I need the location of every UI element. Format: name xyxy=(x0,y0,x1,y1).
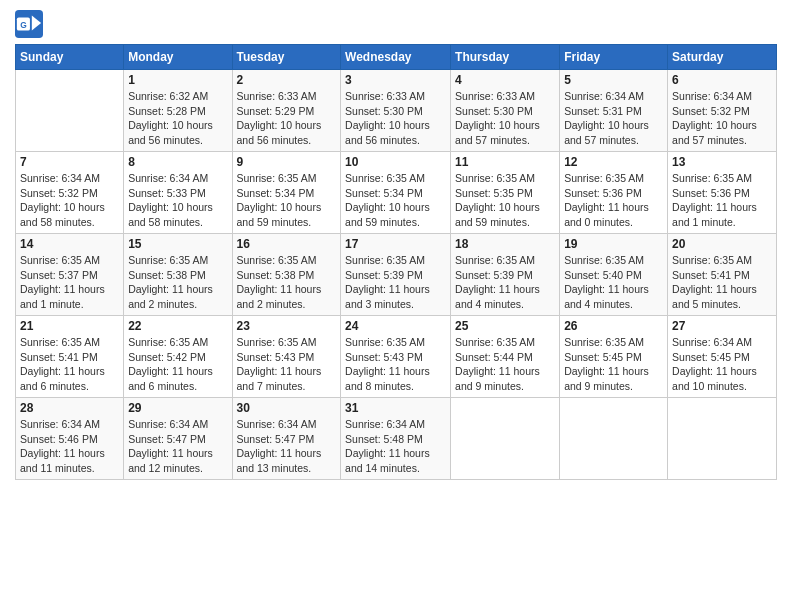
day-number: 27 xyxy=(672,319,772,333)
day-info: Sunrise: 6:35 AMSunset: 5:45 PMDaylight:… xyxy=(564,335,663,394)
calendar-cell: 17Sunrise: 6:35 AMSunset: 5:39 PMDayligh… xyxy=(341,234,451,316)
day-number: 16 xyxy=(237,237,337,251)
calendar-cell xyxy=(560,398,668,480)
day-info: Sunrise: 6:35 AMSunset: 5:37 PMDaylight:… xyxy=(20,253,119,312)
calendar-cell: 18Sunrise: 6:35 AMSunset: 5:39 PMDayligh… xyxy=(451,234,560,316)
day-number: 20 xyxy=(672,237,772,251)
week-row-4: 21Sunrise: 6:35 AMSunset: 5:41 PMDayligh… xyxy=(16,316,777,398)
svg-text:G: G xyxy=(20,20,27,30)
day-info: Sunrise: 6:33 AMSunset: 5:29 PMDaylight:… xyxy=(237,89,337,148)
day-info: Sunrise: 6:35 AMSunset: 5:35 PMDaylight:… xyxy=(455,171,555,230)
day-info: Sunrise: 6:32 AMSunset: 5:28 PMDaylight:… xyxy=(128,89,227,148)
day-info: Sunrise: 6:34 AMSunset: 5:46 PMDaylight:… xyxy=(20,417,119,476)
day-info: Sunrise: 6:35 AMSunset: 5:36 PMDaylight:… xyxy=(672,171,772,230)
day-header-saturday: Saturday xyxy=(668,45,777,70)
logo: G xyxy=(15,10,47,38)
calendar-cell: 31Sunrise: 6:34 AMSunset: 5:48 PMDayligh… xyxy=(341,398,451,480)
day-info: Sunrise: 6:35 AMSunset: 5:43 PMDaylight:… xyxy=(345,335,446,394)
day-info: Sunrise: 6:34 AMSunset: 5:48 PMDaylight:… xyxy=(345,417,446,476)
day-number: 7 xyxy=(20,155,119,169)
week-row-3: 14Sunrise: 6:35 AMSunset: 5:37 PMDayligh… xyxy=(16,234,777,316)
day-info: Sunrise: 6:34 AMSunset: 5:32 PMDaylight:… xyxy=(672,89,772,148)
day-info: Sunrise: 6:34 AMSunset: 5:33 PMDaylight:… xyxy=(128,171,227,230)
day-number: 25 xyxy=(455,319,555,333)
day-number: 10 xyxy=(345,155,446,169)
calendar-cell: 26Sunrise: 6:35 AMSunset: 5:45 PMDayligh… xyxy=(560,316,668,398)
day-number: 30 xyxy=(237,401,337,415)
day-info: Sunrise: 6:34 AMSunset: 5:47 PMDaylight:… xyxy=(128,417,227,476)
calendar-cell: 19Sunrise: 6:35 AMSunset: 5:40 PMDayligh… xyxy=(560,234,668,316)
day-number: 4 xyxy=(455,73,555,87)
calendar-cell: 10Sunrise: 6:35 AMSunset: 5:34 PMDayligh… xyxy=(341,152,451,234)
calendar-cell: 5Sunrise: 6:34 AMSunset: 5:31 PMDaylight… xyxy=(560,70,668,152)
day-info: Sunrise: 6:35 AMSunset: 5:39 PMDaylight:… xyxy=(455,253,555,312)
calendar-cell: 6Sunrise: 6:34 AMSunset: 5:32 PMDaylight… xyxy=(668,70,777,152)
calendar-header: SundayMondayTuesdayWednesdayThursdayFrid… xyxy=(16,45,777,70)
day-number: 3 xyxy=(345,73,446,87)
day-info: Sunrise: 6:34 AMSunset: 5:32 PMDaylight:… xyxy=(20,171,119,230)
day-number: 2 xyxy=(237,73,337,87)
day-header-monday: Monday xyxy=(124,45,232,70)
day-number: 8 xyxy=(128,155,227,169)
calendar-cell: 27Sunrise: 6:34 AMSunset: 5:45 PMDayligh… xyxy=(668,316,777,398)
calendar-cell: 15Sunrise: 6:35 AMSunset: 5:38 PMDayligh… xyxy=(124,234,232,316)
day-number: 29 xyxy=(128,401,227,415)
day-info: Sunrise: 6:35 AMSunset: 5:42 PMDaylight:… xyxy=(128,335,227,394)
day-number: 17 xyxy=(345,237,446,251)
calendar-body: 1Sunrise: 6:32 AMSunset: 5:28 PMDaylight… xyxy=(16,70,777,480)
day-number: 14 xyxy=(20,237,119,251)
day-info: Sunrise: 6:34 AMSunset: 5:31 PMDaylight:… xyxy=(564,89,663,148)
calendar-cell: 8Sunrise: 6:34 AMSunset: 5:33 PMDaylight… xyxy=(124,152,232,234)
day-number: 18 xyxy=(455,237,555,251)
calendar-cell: 13Sunrise: 6:35 AMSunset: 5:36 PMDayligh… xyxy=(668,152,777,234)
day-number: 1 xyxy=(128,73,227,87)
day-number: 6 xyxy=(672,73,772,87)
day-number: 13 xyxy=(672,155,772,169)
calendar-cell: 21Sunrise: 6:35 AMSunset: 5:41 PMDayligh… xyxy=(16,316,124,398)
day-info: Sunrise: 6:34 AMSunset: 5:45 PMDaylight:… xyxy=(672,335,772,394)
calendar-cell: 2Sunrise: 6:33 AMSunset: 5:29 PMDaylight… xyxy=(232,70,341,152)
day-number: 5 xyxy=(564,73,663,87)
calendar-page: G SundayMondayTuesdayWednesdayThursdayFr… xyxy=(0,0,792,612)
calendar-cell: 24Sunrise: 6:35 AMSunset: 5:43 PMDayligh… xyxy=(341,316,451,398)
week-row-1: 1Sunrise: 6:32 AMSunset: 5:28 PMDaylight… xyxy=(16,70,777,152)
calendar-cell xyxy=(668,398,777,480)
day-header-wednesday: Wednesday xyxy=(341,45,451,70)
calendar-cell: 14Sunrise: 6:35 AMSunset: 5:37 PMDayligh… xyxy=(16,234,124,316)
week-row-5: 28Sunrise: 6:34 AMSunset: 5:46 PMDayligh… xyxy=(16,398,777,480)
calendar-cell: 25Sunrise: 6:35 AMSunset: 5:44 PMDayligh… xyxy=(451,316,560,398)
calendar-cell xyxy=(16,70,124,152)
header: G xyxy=(15,10,777,38)
day-number: 26 xyxy=(564,319,663,333)
calendar-cell: 29Sunrise: 6:34 AMSunset: 5:47 PMDayligh… xyxy=(124,398,232,480)
day-info: Sunrise: 6:33 AMSunset: 5:30 PMDaylight:… xyxy=(455,89,555,148)
calendar-cell: 3Sunrise: 6:33 AMSunset: 5:30 PMDaylight… xyxy=(341,70,451,152)
day-header-sunday: Sunday xyxy=(16,45,124,70)
calendar-cell: 4Sunrise: 6:33 AMSunset: 5:30 PMDaylight… xyxy=(451,70,560,152)
calendar-cell: 11Sunrise: 6:35 AMSunset: 5:35 PMDayligh… xyxy=(451,152,560,234)
calendar-cell: 16Sunrise: 6:35 AMSunset: 5:38 PMDayligh… xyxy=(232,234,341,316)
day-info: Sunrise: 6:33 AMSunset: 5:30 PMDaylight:… xyxy=(345,89,446,148)
day-number: 31 xyxy=(345,401,446,415)
logo-icon: G xyxy=(15,10,43,38)
day-info: Sunrise: 6:35 AMSunset: 5:41 PMDaylight:… xyxy=(672,253,772,312)
day-number: 24 xyxy=(345,319,446,333)
day-info: Sunrise: 6:35 AMSunset: 5:36 PMDaylight:… xyxy=(564,171,663,230)
day-number: 11 xyxy=(455,155,555,169)
day-number: 23 xyxy=(237,319,337,333)
day-number: 28 xyxy=(20,401,119,415)
day-number: 19 xyxy=(564,237,663,251)
calendar-cell: 7Sunrise: 6:34 AMSunset: 5:32 PMDaylight… xyxy=(16,152,124,234)
day-info: Sunrise: 6:35 AMSunset: 5:38 PMDaylight:… xyxy=(128,253,227,312)
day-number: 9 xyxy=(237,155,337,169)
day-number: 15 xyxy=(128,237,227,251)
calendar-cell xyxy=(451,398,560,480)
day-header-thursday: Thursday xyxy=(451,45,560,70)
day-number: 22 xyxy=(128,319,227,333)
calendar-cell: 22Sunrise: 6:35 AMSunset: 5:42 PMDayligh… xyxy=(124,316,232,398)
calendar-cell: 1Sunrise: 6:32 AMSunset: 5:28 PMDaylight… xyxy=(124,70,232,152)
day-info: Sunrise: 6:35 AMSunset: 5:39 PMDaylight:… xyxy=(345,253,446,312)
day-header-friday: Friday xyxy=(560,45,668,70)
day-info: Sunrise: 6:35 AMSunset: 5:34 PMDaylight:… xyxy=(237,171,337,230)
day-info: Sunrise: 6:35 AMSunset: 5:44 PMDaylight:… xyxy=(455,335,555,394)
